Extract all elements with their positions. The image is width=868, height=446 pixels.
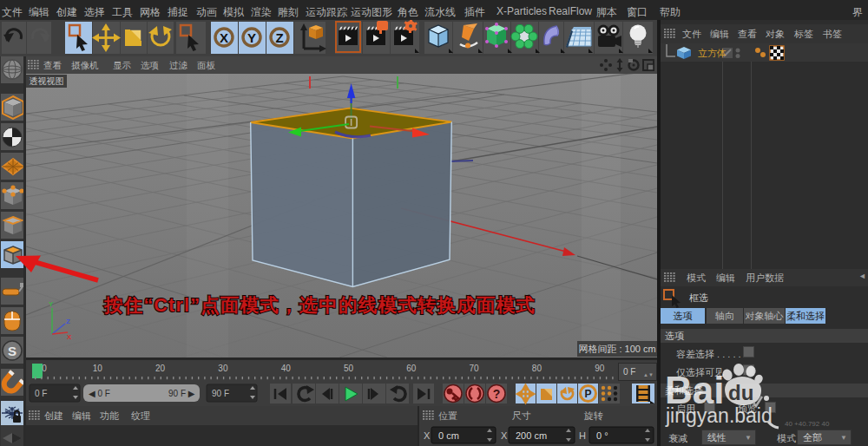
svg-text:70: 70 <box>470 364 480 373</box>
svg-text:90 F ▶: 90 F ▶ <box>168 389 195 398</box>
svg-text:X: X <box>67 333 72 341</box>
svg-text:H: H <box>579 430 586 441</box>
svg-text:0 cm: 0 cm <box>438 430 459 441</box>
svg-text:90 F: 90 F <box>212 389 229 398</box>
svg-text:80: 80 <box>532 364 542 373</box>
svg-text:Z: Z <box>275 30 283 45</box>
svg-text:30: 30 <box>218 364 228 373</box>
svg-text:90: 90 <box>595 364 605 373</box>
svg-text:按住“Ctrl”点面模式，选中的线模式转换成面模式: 按住“Ctrl”点面模式，选中的线模式转换成面模式 <box>103 295 536 316</box>
svg-text:20: 20 <box>155 364 166 373</box>
svg-text:Y: Y <box>247 30 256 45</box>
svg-text:◀ 0 F: ◀ 0 F <box>89 389 110 398</box>
svg-text:40: 40 <box>281 364 292 373</box>
svg-text:50: 50 <box>344 364 354 373</box>
svg-text:X: X <box>501 430 508 441</box>
svg-text:X: X <box>220 30 228 45</box>
svg-text:X: X <box>424 430 431 441</box>
svg-text:0 °: 0 ° <box>596 430 608 441</box>
svg-text:60: 60 <box>406 364 417 373</box>
svg-text:0: 0 <box>42 364 47 373</box>
svg-text:0 F: 0 F <box>35 389 47 398</box>
svg-text:S: S <box>8 344 16 358</box>
svg-text:10: 10 <box>93 364 103 373</box>
svg-text:200 cm: 200 cm <box>516 430 547 441</box>
svg-text:P: P <box>584 388 591 400</box>
svg-text:?: ? <box>493 387 501 401</box>
